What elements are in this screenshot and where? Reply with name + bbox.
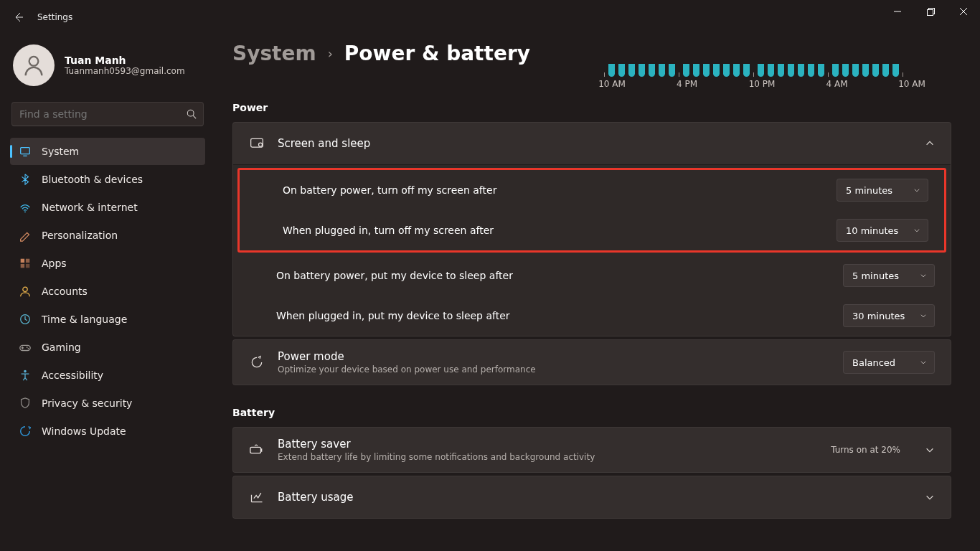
chart-bar xyxy=(832,64,839,77)
chart-bar xyxy=(733,64,740,77)
avatar xyxy=(13,44,55,86)
sidebar-item-gaming[interactable]: Gaming xyxy=(10,334,205,361)
sidebar-item-accessibility[interactable]: Accessibility xyxy=(10,362,205,389)
nav-icon xyxy=(19,257,32,270)
chevron-down-icon xyxy=(925,445,935,455)
battery-usage-row[interactable]: Battery usage xyxy=(233,476,951,518)
screen-off-battery-dropdown[interactable]: 5 minutes xyxy=(837,179,928,202)
chart-bar xyxy=(842,64,849,77)
maximize-button[interactable] xyxy=(914,0,947,23)
chart-bar xyxy=(649,64,655,77)
sidebar-item-personalization[interactable]: Personalization xyxy=(10,222,205,249)
screen-and-sleep-card: Screen and sleep On battery power, turn … xyxy=(232,122,951,336)
screen-icon xyxy=(249,136,265,151)
chevron-down-icon xyxy=(925,492,935,502)
sidebar-item-apps[interactable]: Apps xyxy=(10,250,205,277)
setting-label: When plugged in, put my device to sleep … xyxy=(276,310,843,321)
nav-icon xyxy=(19,285,32,298)
battery-saver-row[interactable]: Battery saver Extend battery life by lim… xyxy=(233,428,951,472)
sidebar-item-network-internet[interactable]: Network & internet xyxy=(10,194,205,221)
svg-rect-18 xyxy=(250,447,261,453)
close-button[interactable] xyxy=(947,0,980,23)
screen-and-sleep-header[interactable]: Screen and sleep xyxy=(233,123,951,164)
screen-off-plugged-dropdown[interactable]: 10 minutes xyxy=(837,219,928,242)
sidebar-item-time-language[interactable]: Time & language xyxy=(10,306,205,333)
instruction-highlight: On battery power, turn off my screen aft… xyxy=(237,168,946,253)
svg-rect-9 xyxy=(26,264,29,268)
sleep-battery-row: On battery power, put my device to sleep… xyxy=(233,255,951,296)
power-mode-subtitle: Optimize your device based on power use … xyxy=(278,364,536,375)
battery-section-title: Battery xyxy=(232,407,951,418)
nav-icon xyxy=(19,369,32,382)
chart-bar xyxy=(892,64,899,77)
svg-point-13 xyxy=(27,347,28,348)
chart-bar xyxy=(669,64,675,77)
chart-bar xyxy=(872,64,879,77)
svg-point-5 xyxy=(24,211,26,212)
chart-bar xyxy=(788,64,794,77)
chart-bar xyxy=(778,64,784,77)
chart-tick xyxy=(903,72,903,77)
power-mode-icon xyxy=(249,354,265,370)
sidebar: Tuan Manh Tuanmanh0593@gmail.com SystemB… xyxy=(0,34,215,551)
user-name: Tuan Manh xyxy=(65,55,185,66)
chart-bar xyxy=(639,64,645,77)
sidebar-item-bluetooth-devices[interactable]: Bluetooth & devices xyxy=(10,166,205,193)
nav-label: Personalization xyxy=(42,230,118,241)
chart-bar xyxy=(862,64,869,77)
screen-and-sleep-title: Screen and sleep xyxy=(278,137,370,150)
battery-level-chart[interactable]: 10 AM4 PM10 PM4 AM10 AM xyxy=(604,64,951,89)
battery-saver-hint: Turns on at 20% xyxy=(831,445,900,455)
user-block[interactable]: Tuan Manh Tuanmanh0593@gmail.com xyxy=(10,40,205,95)
setting-label: On battery power, turn off my screen aft… xyxy=(283,184,837,196)
nav-label: Network & internet xyxy=(42,202,138,213)
power-mode-row[interactable]: Power mode Optimize your device based on… xyxy=(233,340,951,385)
svg-rect-4 xyxy=(21,148,30,154)
chart-bar xyxy=(852,64,859,77)
chevron-down-icon xyxy=(920,359,927,366)
svg-rect-1 xyxy=(927,9,933,15)
sidebar-item-windows-update[interactable]: Windows Update xyxy=(10,418,205,445)
nav-label: Accounts xyxy=(42,286,88,297)
power-section-title: Power xyxy=(232,102,951,113)
chart-bar xyxy=(713,64,720,77)
maximize-icon xyxy=(927,8,935,16)
user-email: Tuanmanh0593@gmail.com xyxy=(65,66,185,76)
svg-rect-19 xyxy=(261,448,263,452)
sidebar-item-accounts[interactable]: Accounts xyxy=(10,278,205,305)
minimize-icon xyxy=(894,8,901,15)
nav-icon xyxy=(19,341,32,354)
battery-saver-title: Battery saver xyxy=(278,438,595,451)
breadcrumb-parent[interactable]: System xyxy=(232,42,316,65)
chevron-down-icon xyxy=(920,272,927,279)
minimize-button[interactable] xyxy=(881,0,914,23)
back-button[interactable] xyxy=(4,3,33,32)
chart-time-label: 10 PM xyxy=(744,79,780,89)
sidebar-item-privacy-security[interactable]: Privacy & security xyxy=(10,390,205,417)
window-controls xyxy=(881,0,980,23)
chart-time-label: 10 AM xyxy=(894,79,930,89)
sidebar-item-system[interactable]: System xyxy=(10,138,205,165)
chevron-down-icon xyxy=(913,227,920,234)
nav-icon xyxy=(19,201,32,214)
chart-time-label: 10 AM xyxy=(594,79,630,89)
search-input[interactable] xyxy=(11,102,204,126)
app-title: Settings xyxy=(37,12,72,22)
sleep-plugged-dropdown[interactable]: 30 minutes xyxy=(843,304,935,327)
battery-usage-card: Battery usage xyxy=(232,476,951,519)
nav-icon xyxy=(19,145,32,158)
arrow-left-icon xyxy=(13,11,24,23)
chart-tick xyxy=(604,72,605,77)
screen-off-battery-row: On battery power, turn off my screen aft… xyxy=(240,170,944,210)
chart-time-label: 4 PM xyxy=(669,79,705,89)
power-mode-dropdown[interactable]: Balanced xyxy=(843,351,935,374)
setting-label: On battery power, put my device to sleep… xyxy=(276,270,843,281)
nav-label: Windows Update xyxy=(42,425,126,437)
power-mode-title: Power mode xyxy=(278,350,536,363)
chart-time-label: 4 AM xyxy=(819,79,855,89)
nav-icon xyxy=(19,313,32,326)
nav-icon xyxy=(19,425,32,438)
chart-tick xyxy=(679,72,679,77)
sleep-battery-dropdown[interactable]: 5 minutes xyxy=(843,264,935,287)
search-wrap xyxy=(11,102,204,126)
